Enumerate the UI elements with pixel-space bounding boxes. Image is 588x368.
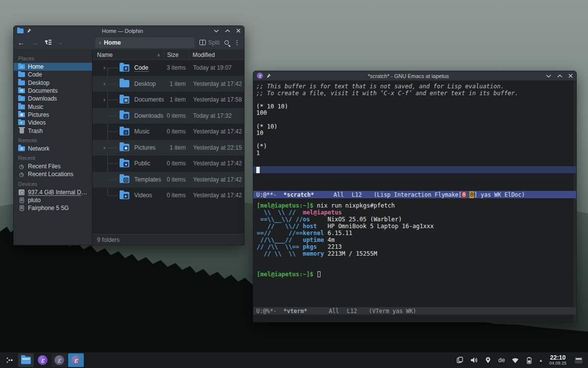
emacs-icon: ε xyxy=(71,355,81,365)
emacs-titlebar[interactable]: ε *scratch* - GNU Emacs at iapetus xyxy=(253,71,576,80)
section-header-places: Places xyxy=(14,53,92,63)
sidebar-item-downloads[interactable]: ↓ Downloads xyxy=(14,95,92,103)
dolphin-icon xyxy=(21,357,31,364)
battery-icon[interactable] xyxy=(525,356,533,364)
sidebar-item-pictures[interactable]: ▣ Pictures xyxy=(14,111,92,119)
expand-chevron-icon[interactable]: › xyxy=(103,80,105,87)
expand-tray-icon[interactable]: ▴ xyxy=(539,358,542,363)
downloads-folder-icon: ↓ xyxy=(120,112,129,119)
dolphin-titlebar[interactable]: Home — Dolphin xyxy=(14,26,244,35)
column-header-modified[interactable]: Modified xyxy=(189,50,244,59)
videos-folder-icon: ▸ xyxy=(18,120,25,125)
forward-icon[interactable]: → xyxy=(31,39,38,46)
expand-chevron-icon[interactable]: › xyxy=(103,96,105,103)
sidebar-item-music[interactable]: ♪ Music xyxy=(14,103,92,110)
file-view: Name ᴧ Size Modified › #Code 3 items Tod… xyxy=(92,50,244,245)
public-folder-icon: ● xyxy=(120,160,129,167)
clock-icon: ◷ xyxy=(18,163,25,170)
back-icon[interactable]: ← xyxy=(18,39,24,46)
maximize-icon[interactable] xyxy=(557,74,563,78)
app-launcher-icon[interactable] xyxy=(2,353,17,367)
emacs-window-title: *scratch* - GNU Emacs at iapetus xyxy=(274,73,543,79)
pin-icon[interactable] xyxy=(266,74,271,79)
view-mode-icon[interactable] xyxy=(45,40,51,46)
minibuffer-echo-area[interactable] xyxy=(253,315,576,322)
documents-folder-icon: ▤ xyxy=(18,88,25,93)
terminal-cursor xyxy=(318,271,320,277)
pfetch-user-host: mel@iapetus xyxy=(303,209,342,216)
text-cursor xyxy=(256,167,260,173)
split-label: Split xyxy=(208,39,220,46)
column-header-name[interactable]: Name ᴧ xyxy=(93,52,164,58)
sidebar-item-trash[interactable]: Trash xyxy=(14,127,92,134)
taskbar: ε ε ε de ▴ 22:10 04.09.25 xyxy=(0,352,588,368)
vterm-buffer[interactable]: [mel@iapetus:~]$ nix run nixpkgs#pfetch … xyxy=(253,198,576,307)
sidebar-item-documents[interactable]: ▤ Documents xyxy=(14,87,92,95)
taskbar-item-dolphin[interactable] xyxy=(18,353,34,367)
close-icon[interactable] xyxy=(568,74,573,78)
shell-command: nix run nixpkgs#pfetch xyxy=(314,202,395,209)
buffer-line xyxy=(256,117,574,124)
table-row[interactable]: ▢Templates 0 items Yesterday at 17:42 xyxy=(93,172,244,188)
sidebar-item-desktop[interactable]: Desktop xyxy=(14,79,92,87)
expand-chevron-icon[interactable]: › xyxy=(103,64,105,71)
location-bar[interactable]: › Home xyxy=(95,37,195,48)
search-icon[interactable] xyxy=(224,40,229,45)
emacs-app-icon: ε xyxy=(257,73,263,79)
menu-kebab-icon[interactable]: ⋮ xyxy=(234,39,240,46)
sidebar-item-recent-files[interactable]: ◷ Recent Files xyxy=(14,162,92,170)
taskbar-item-emacs[interactable]: ε xyxy=(51,353,67,367)
buffer-line: (*) xyxy=(256,143,574,150)
sidebar-item-recent-locations[interactable]: ◷ Recent Locations xyxy=(14,170,92,178)
table-row[interactable]: › ▤Documents 1 item Yesterday at 17:58 xyxy=(93,92,244,108)
scratch-buffer[interactable]: ;; This buffer is for text that is not s… xyxy=(253,80,576,191)
sidebar-item-internal-drive[interactable]: 937.4 GiB Internal Drive (... xyxy=(14,188,92,196)
sidebar-item-pluto[interactable]: pluto xyxy=(14,196,92,204)
buffer-line: ;; To create a file, visit it with ‘C-x … xyxy=(256,90,574,97)
sidebar-item-videos[interactable]: ▸ Videos xyxy=(14,119,92,127)
location-icon[interactable] xyxy=(484,356,492,364)
videos-folder-icon: ▸ xyxy=(120,192,129,199)
breadcrumb[interactable]: Home xyxy=(104,39,121,46)
taskbar-item-emacs-active[interactable]: ε xyxy=(68,353,84,367)
network-folder-icon: ◍ xyxy=(18,146,25,151)
buffer-line: ;; This buffer is for text that is not s… xyxy=(256,83,574,90)
minimize-icon[interactable] xyxy=(546,74,551,78)
shell-prompt: [mel@iapetus:~]$ xyxy=(257,271,314,278)
minimize-icon[interactable] xyxy=(214,29,219,33)
chevron-down-icon[interactable]: ⌄ xyxy=(58,40,62,45)
table-row[interactable]: ♪Music 0 items Yesterday at 17:42 xyxy=(93,124,244,140)
dolphin-window-title: Home — Dolphin xyxy=(34,28,211,34)
split-button[interactable]: Split xyxy=(199,39,220,46)
maximize-icon[interactable] xyxy=(225,29,230,33)
expand-chevron-icon[interactable]: › xyxy=(103,144,105,151)
table-row[interactable]: ●Public 0 items Yesterday at 17:42 xyxy=(93,156,244,172)
keyboard-layout-indicator[interactable]: de xyxy=(498,357,505,364)
table-row[interactable]: ▸Videos 0 items Yesterday at 17:42 xyxy=(93,187,244,204)
close-icon[interactable] xyxy=(236,28,241,33)
volume-icon[interactable] xyxy=(470,356,478,364)
system-tray: de ▴ 22:10 04.09.25 xyxy=(456,355,586,366)
clock-time: 22:10 xyxy=(549,355,566,361)
column-header-size[interactable]: Size xyxy=(164,50,189,59)
table-row[interactable]: › ▣Pictures 1 item Yesterday at 22:15 xyxy=(93,140,244,156)
sort-ascending-icon: ᴧ xyxy=(158,53,160,57)
table-row[interactable]: › Desktop 1 item Yesterday at 17:42 xyxy=(93,76,244,92)
clipboard-icon[interactable] xyxy=(456,356,464,364)
desktop-folder-icon xyxy=(18,80,25,85)
pin-icon[interactable] xyxy=(26,28,31,33)
taskbar-item-emacs-launcher[interactable]: ε xyxy=(35,353,50,367)
digital-clock[interactable]: 22:10 04.09.25 xyxy=(549,355,566,366)
sidebar-item-network[interactable]: ◍ Network xyxy=(14,145,92,153)
table-row[interactable]: ↓Downloads 0 items Today at 17:32 xyxy=(93,108,244,124)
table-row[interactable]: › #Code 3 items Today at 19:07 xyxy=(93,60,244,76)
music-folder-icon: ♪ xyxy=(18,105,25,109)
sidebar-item-code[interactable]: Code xyxy=(14,71,92,79)
status-bar: 9 folders xyxy=(93,234,244,245)
places-panel: Places ⌂ Home Code Desktop ▤ Documents ↓… xyxy=(14,50,92,245)
buffer-line: 10 xyxy=(256,130,574,137)
show-desktop-icon[interactable] xyxy=(575,357,583,364)
sidebar-item-fairphone[interactable]: Fairphone 5 5G xyxy=(14,204,92,212)
wifi-icon[interactable] xyxy=(511,356,519,364)
sidebar-item-home[interactable]: ⌂ Home xyxy=(14,63,92,71)
